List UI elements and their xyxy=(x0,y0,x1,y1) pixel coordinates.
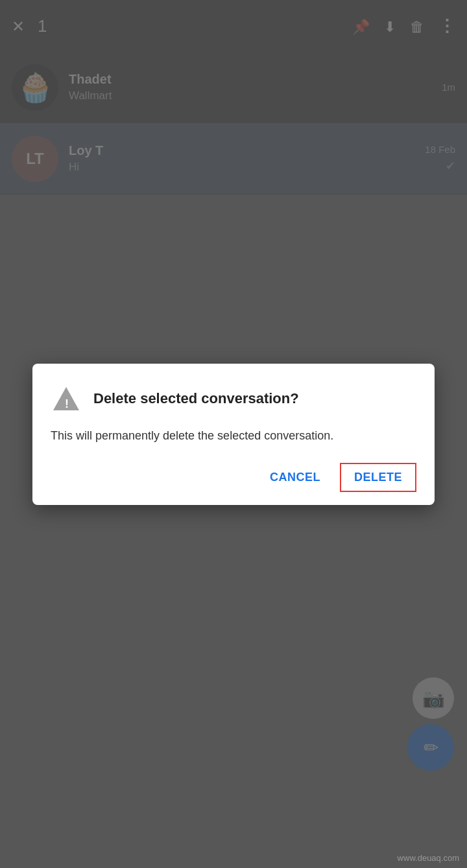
watermark: www.deuaq.com xyxy=(398,853,459,863)
delete-button[interactable]: DELETE xyxy=(340,463,416,492)
dialog-header: ! Delete selected conversation? xyxy=(51,383,416,414)
dialog-body: This will permanently delete the selecte… xyxy=(51,427,416,445)
cancel-button[interactable]: CANCEL xyxy=(259,464,331,491)
delete-dialog: ! Delete selected conversation? This wil… xyxy=(32,364,435,505)
dialog-overlay: ! Delete selected conversation? This wil… xyxy=(0,0,467,868)
dialog-actions: CANCEL DELETE xyxy=(51,463,416,492)
warning-icon: ! xyxy=(51,383,82,414)
dialog-title: Delete selected conversation? xyxy=(93,390,299,407)
svg-text:!: ! xyxy=(65,397,69,410)
